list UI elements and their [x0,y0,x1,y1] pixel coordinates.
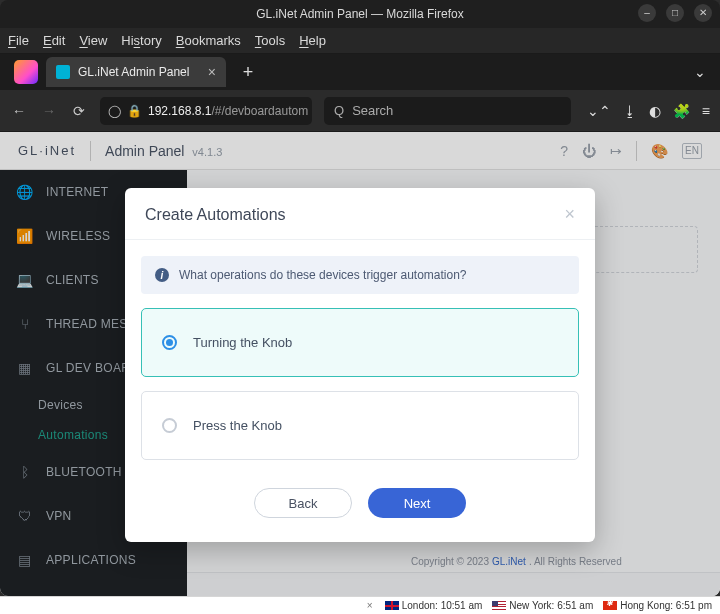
window-title: GL.iNet Admin Panel — Mozilla Firefox [256,7,463,21]
tabstrip: GL.iNet Admin Panel × + ⌄ [0,54,720,90]
tab-close-button[interactable]: × [208,64,216,80]
new-tab-button[interactable]: + [234,58,262,86]
clockbar-close-icon[interactable]: × [367,600,373,611]
downloads-icon[interactable]: ⭳ [623,103,637,119]
firefox-icon [14,60,38,84]
lock-icon: 🔒 [127,104,142,118]
next-button[interactable]: Next [368,488,466,518]
menu-bookmarks[interactable]: Bookmarks [176,33,241,48]
shield-icon: ◯ [108,104,121,118]
tab-favicon-icon [56,65,70,79]
option-label: Turning the Knob [193,335,292,350]
window-minimize-button[interactable]: – [638,4,656,22]
menu-file[interactable]: File [8,33,29,48]
option-turning-knob[interactable]: Turning the Knob [141,308,579,377]
radio-icon [162,335,177,350]
create-automations-modal: Create Automations × i What operations d… [125,188,595,542]
info-banner: i What operations do these devices trigg… [141,256,579,294]
option-press-knob[interactable]: Press the Knob [141,391,579,460]
option-label: Press the Knob [193,418,282,433]
uk-flag-icon [385,601,399,610]
search-icon: Q [334,103,344,118]
clock-newyork: New York: 6:51 am [492,600,593,611]
modal-close-button[interactable]: × [564,204,575,225]
account-icon[interactable]: ◐ [649,103,661,119]
world-clock-bar: × London: 10:51 am New York: 6:51 am Hon… [0,596,720,614]
menu-view[interactable]: View [79,33,107,48]
modal-title: Create Automations [145,206,286,224]
tab-title: GL.iNet Admin Panel [78,65,189,79]
clock-london: London: 10:51 am [385,600,483,611]
info-text: What operations do these devices trigger… [179,268,467,282]
menu-help[interactable]: Help [299,33,326,48]
menu-edit[interactable]: Edit [43,33,65,48]
url-text: 192.168.8.1/#/devboardautom [148,104,308,118]
tabs-overflow-button[interactable]: ⌄ [694,64,706,80]
window-titlebar: GL.iNet Admin Panel — Mozilla Firefox – … [0,0,720,28]
urlbar: ← → ⟳ ◯ 🔒 192.168.8.1/#/devboardautom ☆ … [0,90,720,132]
radio-icon [162,418,177,433]
extensions-icon[interactable]: 🧩 [673,103,690,119]
nav-forward-button[interactable]: → [40,103,58,119]
nav-reload-button[interactable]: ⟳ [70,103,88,119]
info-icon: i [155,268,169,282]
address-field[interactable]: ◯ 🔒 192.168.8.1/#/devboardautom ☆ [100,97,312,125]
hk-flag-icon [603,601,617,610]
app-menu-button[interactable]: ≡ [702,103,710,119]
us-flag-icon [492,601,506,610]
menu-history[interactable]: History [121,33,161,48]
search-field[interactable]: Q Search [324,97,571,125]
window-maximize-button[interactable]: □ [666,4,684,22]
search-placeholder: Search [352,103,393,118]
menubar: File Edit View History Bookmarks Tools H… [0,28,720,54]
window-close-button[interactable]: ✕ [694,4,712,22]
browser-viewport: GL·iNet Admin Panel v4.1.3 ? ⏻ ↦ 🎨 EN 🌐I… [0,132,720,596]
pocket-icon[interactable]: ⌄⌃ [587,103,611,119]
clock-hongkong: Hong Kong: 6:51 pm [603,600,712,611]
nav-back-button[interactable]: ← [10,103,28,119]
menu-tools[interactable]: Tools [255,33,285,48]
browser-tab[interactable]: GL.iNet Admin Panel × [46,57,226,87]
back-button[interactable]: Back [254,488,352,518]
